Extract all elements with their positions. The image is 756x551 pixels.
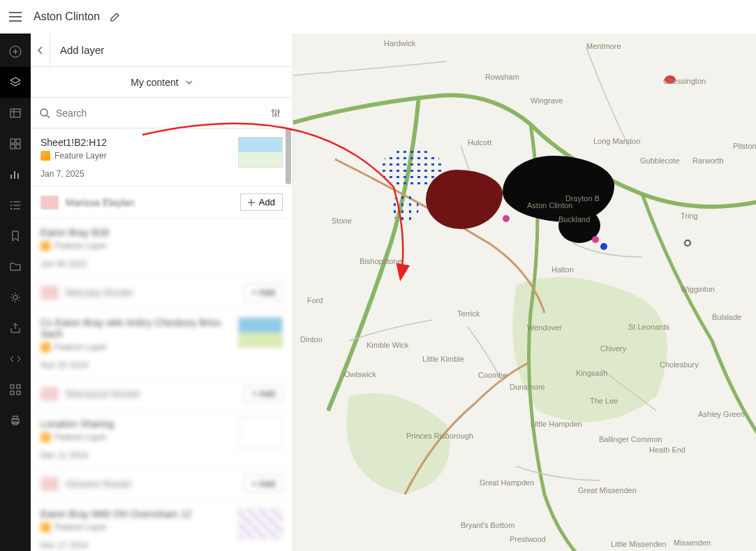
folder-icon: [9, 260, 22, 273]
pencil-icon: [110, 12, 120, 22]
town-label: Rarworth: [692, 156, 724, 165]
nav-apps[interactable]: [0, 374, 31, 405]
town-label: Chivery: [600, 344, 626, 353]
svg-rect-10: [10, 139, 15, 143]
back-button[interactable]: [31, 34, 50, 67]
town-label: Drayton B: [565, 194, 600, 203]
svg-rect-7: [10, 109, 20, 117]
item-type: Feature Layer: [54, 151, 107, 161]
svg-point-34: [272, 110, 274, 112]
town-label: Wingrave: [531, 96, 563, 105]
town-label: Missenden: [674, 538, 711, 547]
town-label: Little Missenden: [611, 540, 667, 548]
feature-layer-icon: [40, 151, 50, 161]
add-layer-button[interactable]: Add: [240, 193, 283, 211]
filter-button[interactable]: [267, 105, 284, 122]
blurred-items: Eaton Bray B28 Feature Layer Jun 30 2023…: [31, 219, 292, 551]
town-label: Dinton: [300, 335, 323, 344]
town-label: Dunsmore: [510, 383, 545, 391]
town-label: Heath End: [649, 446, 685, 454]
add-button-label: Add: [259, 197, 275, 207]
layer-item[interactable]: Sheet1!B2:H12 Feature Layer Jan 7, 2025: [31, 128, 292, 186]
town-label: Stone: [332, 216, 352, 225]
town-label: Wendover: [527, 323, 562, 332]
menu-button[interactable]: [0, 0, 31, 34]
nav-tables[interactable]: [0, 98, 31, 128]
svg-rect-11: [16, 139, 20, 143]
panel-header: Add layer: [31, 34, 292, 67]
svg-point-22: [10, 208, 12, 210]
town-label: Kimble Wick: [366, 341, 409, 349]
content-source-dropdown[interactable]: My content: [31, 67, 292, 98]
town-label: Mentmore: [586, 42, 621, 50]
town-label: Terrick: [457, 309, 480, 318]
code-icon: [9, 353, 22, 365]
scrollbar-thumb[interactable]: [286, 128, 291, 184]
town-label: Prestwood: [510, 535, 546, 543]
town-label: Halton: [551, 265, 574, 274]
svg-line-32: [47, 115, 50, 118]
hamburger-icon: [9, 12, 22, 22]
search-input[interactable]: [56, 108, 262, 119]
town-label: Hardwick: [384, 39, 415, 47]
chevron-left-icon: [37, 46, 44, 54]
town-label: Princes Risborough: [406, 432, 473, 440]
nav-properties[interactable]: [0, 282, 31, 313]
town-label: Little Hampden: [531, 420, 582, 428]
svg-rect-29: [13, 416, 17, 419]
item-thumbnail: [238, 137, 283, 168]
svg-point-20: [10, 201, 12, 203]
town-label: Hulcott: [468, 138, 491, 147]
nav-print[interactable]: [0, 405, 31, 436]
share-icon: [9, 322, 22, 335]
svg-point-36: [275, 113, 277, 115]
nav-rail: [0, 34, 31, 551]
nav-basemap[interactable]: [0, 128, 31, 159]
nav-embed[interactable]: [0, 344, 31, 374]
town-label: Kingsash: [576, 369, 607, 377]
project-title: Aston Clinton: [34, 10, 100, 23]
nav-add[interactable]: [0, 36, 31, 67]
svg-rect-12: [10, 145, 15, 149]
town-label: Buckland: [558, 215, 590, 223]
results-list[interactable]: Sheet1!B2:H12 Feature Layer Jan 7, 2025 …: [31, 128, 292, 551]
content-source-label: My content: [131, 77, 178, 88]
map-canvas[interactable]: HardwickMentmoreChessingtonRowshamWingra…: [293, 34, 756, 551]
add-layer-panel: Add layer My content Sheet1!B2:H12 Featu…: [31, 34, 293, 551]
sublayer-name: Marissa Elaylan: [66, 197, 233, 208]
town-label: Great Hampden: [480, 478, 534, 487]
sliders-icon: [270, 108, 281, 119]
list-icon: [9, 199, 22, 212]
search-icon: [39, 108, 50, 119]
town-label: Bulslade: [712, 313, 741, 321]
top-header: Aston Clinton: [0, 0, 756, 34]
chart-icon: [9, 168, 22, 181]
layers-icon: [9, 76, 22, 89]
chevron-down-icon: [186, 80, 193, 85]
nav-layers[interactable]: [0, 67, 31, 98]
town-label: Wigginton: [681, 285, 715, 293]
svg-rect-25: [17, 385, 20, 388]
svg-point-23: [13, 295, 17, 300]
town-label: Long Marston: [593, 137, 640, 145]
svg-point-38: [278, 110, 280, 112]
nav-share[interactable]: [0, 313, 31, 344]
search-row: [31, 98, 292, 128]
nav-save[interactable]: [0, 251, 31, 282]
town-label: Bryant's Bottom: [461, 521, 514, 529]
sublayer-row: Marissa Elaylan Add: [31, 186, 292, 219]
town-label: Cholesbury: [660, 360, 699, 369]
gear-icon: [9, 291, 22, 304]
town-label: Ballinger Common: [599, 435, 662, 443]
apps-icon: [9, 383, 22, 396]
svg-marker-6: [10, 78, 20, 83]
town-label: Pitstone: [733, 142, 756, 150]
edit-title-button[interactable]: [105, 7, 125, 27]
svg-point-31: [40, 109, 47, 116]
town-label: Coombe: [478, 371, 507, 379]
town-label: Little Kimble: [422, 355, 464, 363]
nav-legend[interactable]: [0, 190, 31, 221]
nav-charts[interactable]: [0, 159, 31, 190]
nav-bookmarks[interactable]: [0, 221, 31, 251]
panel-title: Add layer: [50, 44, 104, 56]
